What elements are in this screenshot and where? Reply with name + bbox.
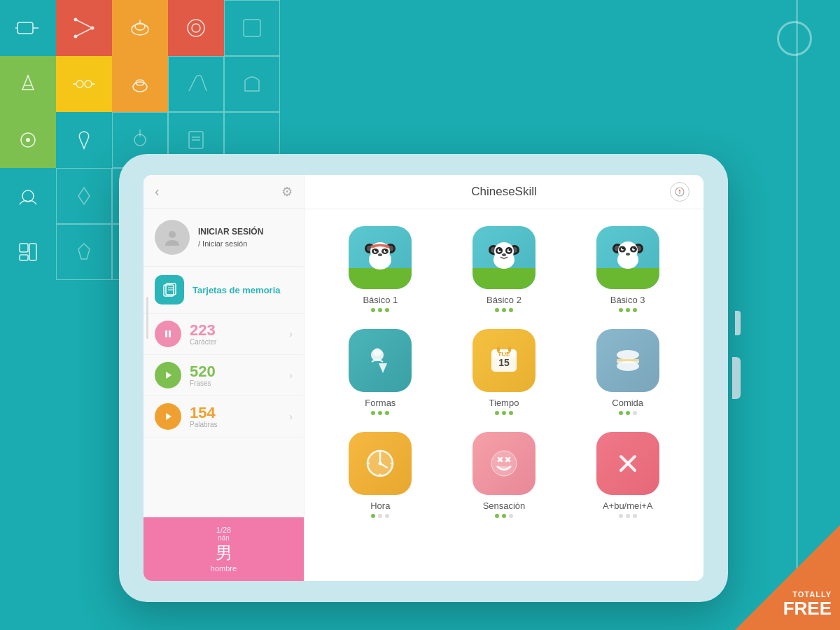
dot	[502, 308, 506, 312]
svg-point-96	[379, 451, 382, 454]
svg-point-15	[76, 80, 83, 88]
svg-point-81	[374, 349, 381, 356]
svg-point-16	[85, 80, 92, 88]
dot	[633, 514, 637, 518]
skill-hora[interactable]: Hora	[326, 432, 435, 518]
svg-point-51	[375, 250, 377, 251]
skill-basico1[interactable]: Básico 1	[326, 226, 435, 312]
svg-line-3	[76, 20, 92, 28]
skill-basico3[interactable]: Básico 3	[573, 226, 682, 312]
bg-cell	[56, 224, 112, 280]
svg-rect-31	[29, 244, 36, 260]
skill-formas[interactable]: Formas	[326, 329, 435, 415]
character-stat[interactable]: 223 Carácter ›	[144, 314, 304, 355]
svg-point-7	[91, 27, 94, 30]
svg-rect-30	[20, 255, 28, 260]
words-stat[interactable]: 154 Palabras ›	[144, 396, 304, 438]
svg-point-40	[676, 188, 684, 196]
skill-sensacion[interactable]: Sensación	[449, 432, 559, 518]
skill-label: Básico 2	[486, 295, 522, 305]
app-title: ChineseSkill	[471, 185, 537, 199]
profile-section[interactable]: INICIAR SESIÓN / Iniciar sesión	[144, 209, 304, 267]
svg-rect-13	[244, 20, 260, 36]
dot	[633, 308, 637, 312]
tablet-button-right2	[735, 311, 741, 335]
main-content: ChineseSkill	[304, 175, 704, 581]
dot	[371, 411, 375, 415]
svg-point-5	[74, 18, 78, 22]
back-button[interactable]: ‹	[155, 183, 160, 200]
bg-cell	[0, 168, 56, 224]
dot	[626, 308, 630, 312]
main-header: ChineseSkill	[304, 175, 704, 209]
free-text: TOTALLY FREE	[783, 590, 832, 619]
dot	[385, 514, 389, 518]
bg-cell	[224, 56, 280, 112]
memory-cards-row[interactable]: Tarjetas de memoria	[144, 267, 304, 314]
svg-point-97	[391, 463, 393, 465]
dot	[633, 411, 637, 415]
skill-dots	[495, 411, 513, 415]
dot	[619, 514, 623, 518]
svg-point-78	[633, 248, 634, 249]
skill-label: Comida	[612, 398, 643, 408]
free-badge: TOTALLY FREE	[735, 525, 840, 630]
svg-point-98	[379, 474, 382, 476]
svg-point-65	[508, 249, 510, 251]
svg-point-33	[169, 231, 176, 238]
skill-label: Básico 1	[363, 295, 398, 305]
bg-cell	[168, 0, 224, 56]
svg-rect-90	[617, 359, 639, 361]
compass-button[interactable]	[670, 182, 690, 202]
dot	[378, 411, 382, 415]
skill-label: Básico 3	[610, 295, 645, 305]
skill-icon-hora	[349, 432, 412, 495]
bg-cell	[0, 224, 56, 280]
skill-dots	[371, 514, 389, 518]
skill-dots	[371, 308, 389, 312]
card-pinyin: nán	[152, 534, 295, 542]
skill-basico2[interactable]: Básico 2	[449, 226, 559, 312]
svg-point-66	[502, 253, 506, 256]
svg-point-19	[133, 82, 147, 92]
skill-icon-formas	[349, 329, 412, 392]
settings-button[interactable]: ⚙	[281, 184, 293, 200]
flashcard[interactable]: 1/28 nán 男 hombre	[144, 517, 304, 581]
skill-icon-sensacion	[472, 432, 536, 495]
skill-icon-tiempo: TUE 15	[472, 329, 536, 392]
dot	[509, 308, 513, 312]
words-stat-text: 154 Palabras	[190, 405, 217, 428]
bg-cell	[168, 56, 224, 112]
tablet-screen: ‹ ⚙ INICIAR SESIÓN / Iniciar sesión	[144, 175, 704, 581]
bg-cell	[56, 168, 112, 224]
skill-dots	[495, 514, 513, 518]
svg-rect-29	[20, 244, 28, 252]
skill-tiempo[interactable]: TUE 15 Tiempo	[449, 329, 559, 415]
bg-cell	[224, 0, 280, 56]
svg-point-99	[368, 463, 370, 465]
skill-abu[interactable]: A+bu/mei+A	[573, 432, 682, 518]
svg-point-79	[626, 253, 630, 255]
svg-line-4	[76, 28, 92, 36]
dot	[626, 411, 630, 415]
svg-point-100	[491, 451, 517, 476]
svg-rect-86	[497, 346, 500, 352]
skill-icon-abu	[596, 432, 659, 495]
memory-card-icon	[155, 275, 184, 304]
svg-rect-38	[165, 330, 167, 337]
svg-rect-87	[508, 346, 511, 352]
skill-grid: Básico 1	[304, 209, 704, 581]
stat-arrow: ›	[289, 328, 293, 340]
tablet-frame: ‹ ⚙ INICIAR SESIÓN / Iniciar sesión	[119, 154, 728, 602]
bg-cell	[56, 56, 112, 112]
bg-cell	[112, 0, 168, 56]
bg-cell	[0, 112, 56, 168]
phrases-stat[interactable]: 520 Frases ›	[144, 355, 304, 396]
svg-point-77	[622, 248, 623, 249]
dot	[385, 411, 389, 415]
decorative-line	[796, 0, 798, 630]
dot	[371, 514, 375, 518]
svg-point-88	[617, 350, 639, 360]
skill-comida[interactable]: Comida	[573, 329, 682, 415]
skill-label: Tiempo	[489, 398, 519, 408]
